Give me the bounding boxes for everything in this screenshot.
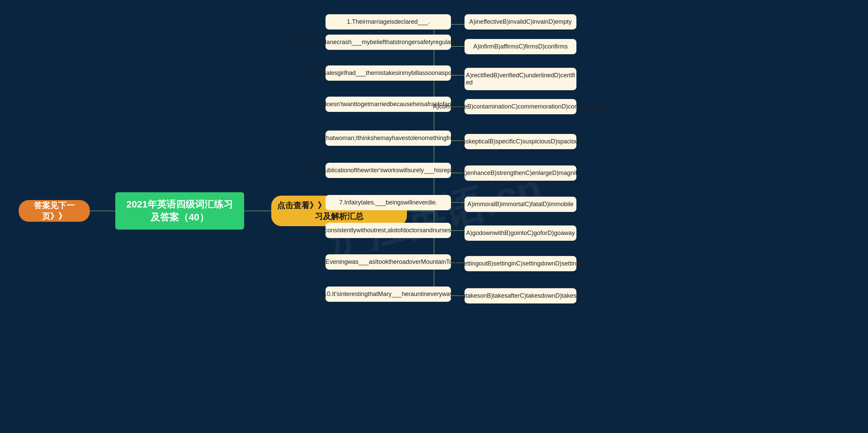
question-2: 2.Therecentairplanecrash___mybeliefthats… xyxy=(326,35,451,50)
main-title-node: 2021年英语四级词汇练习 及答案（40） xyxy=(115,192,244,230)
question-1: 1.Theirmarriageisdeclared___. xyxy=(326,14,451,29)
question-4: 4.Hedoesn'twanttogetmarriedbecauseheisaf… xyxy=(326,97,451,112)
question-8: 8.Workingconsistentlywithoutrest,alotofd… xyxy=(326,223,451,238)
main-title-text: 2021年英语四级词汇练习 及答案（40） xyxy=(126,198,233,224)
answer-label: 答案见下一页》》 xyxy=(23,200,85,222)
answer-8: A)godownwithB)gointoC)goforD)goaway xyxy=(465,225,576,241)
answer-5: A)skepticalB)specificC)suspiciousD)spaci… xyxy=(465,134,576,149)
answer-10: A)takesonB)takesafterC)takesdownD)takest… xyxy=(465,288,576,303)
answer-6: A)enhanceB)strengthenC)enlargeD)magnify xyxy=(465,165,576,181)
answer-9: A)settingoutB)settinginC)settingdownD)se… xyxy=(465,256,576,271)
answer-2: A)infirmB)affirmsC)firmsD)confirms xyxy=(465,39,576,54)
question-6: 6.Thepublicationofthewriter'sworkswillsu… xyxy=(326,163,451,178)
answer-7: A)immoralB)immortalC)fatalD)immobile xyxy=(465,197,576,212)
question-3: 3.Thesalesgirlhad___themistakesinmybilla… xyxy=(326,65,451,81)
question-10: 10.It'sinterestingthatMary___herauntinev… xyxy=(326,287,451,302)
answer-node[interactable]: 答案见下一页》》 xyxy=(19,200,90,222)
answer-4: A)committeeB)contaminationC)commemoratio… xyxy=(465,99,576,114)
question-7: 7.Infairytales,___beingswillneverdie. xyxy=(326,195,451,210)
question-9: 9.Eveningwas___asItooktheroadoverMountai… xyxy=(326,254,451,270)
question-5: 5.Iam___ofthatwoman;Ithinkshemayhavestol… xyxy=(326,131,451,146)
answer-3: A)rectifiedB)verifiedC)underlinedD)certi… xyxy=(465,68,576,90)
answer-1: A)ineffectiveB)invalidC)invainD)empty xyxy=(465,14,576,29)
